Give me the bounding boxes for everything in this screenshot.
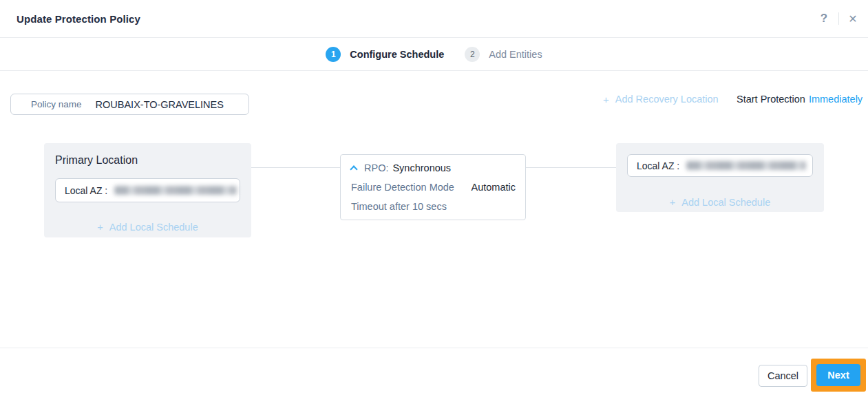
recovery-location-card: Local AZ : + Add Local Schedule bbox=[616, 143, 824, 212]
add-recovery-location-label: Add Recovery Location bbox=[615, 94, 719, 105]
timeout-text: Timeout after 10 secs bbox=[351, 201, 447, 212]
rpo-row: RPO: Synchronous bbox=[341, 159, 525, 177]
step-2-badge: 2 bbox=[465, 47, 480, 62]
start-protection-value-link[interactable]: Immediately bbox=[809, 94, 862, 105]
dialog-footer: Cancel Next bbox=[0, 348, 868, 393]
failure-detection-label: Failure Detection Mode bbox=[351, 182, 454, 193]
redacted-az-value bbox=[686, 161, 806, 170]
step-add-entities[interactable]: 2 Add Entities bbox=[465, 47, 542, 62]
step-1-label: Configure Schedule bbox=[350, 49, 444, 60]
wizard-stepper: 1 Configure Schedule 2 Add Entities bbox=[0, 38, 868, 71]
plus-icon: + bbox=[97, 222, 103, 233]
step-2-label: Add Entities bbox=[489, 49, 542, 60]
cancel-button[interactable]: Cancel bbox=[759, 365, 807, 387]
next-button[interactable]: Next bbox=[816, 364, 860, 386]
recovery-local-az-field[interactable]: Local AZ : bbox=[627, 154, 813, 177]
start-protection-setting: Start Protection Immediately bbox=[737, 92, 862, 106]
page-title: Update Protection Policy bbox=[17, 0, 140, 38]
connector-line-left bbox=[251, 167, 340, 168]
primary-location-title: Primary Location bbox=[55, 154, 138, 167]
redacted-az-value bbox=[114, 186, 237, 195]
add-local-schedule-label: Add Local Schedule bbox=[681, 197, 770, 208]
recovery-add-local-schedule-button[interactable]: + Add Local Schedule bbox=[616, 197, 824, 208]
policy-name-field[interactable]: Policy name ROUBAIX-TO-GRAVELINES bbox=[10, 94, 249, 115]
primary-local-az-label: Local AZ : bbox=[65, 185, 107, 196]
rpo-value: Synchronous bbox=[392, 162, 451, 173]
policy-name-label: Policy name bbox=[31, 99, 82, 109]
failure-detection-row: Failure Detection Mode Automatic bbox=[341, 178, 525, 196]
primary-location-card: Primary Location Local AZ : + Add Local … bbox=[44, 143, 251, 237]
chevron-up-icon[interactable] bbox=[350, 165, 357, 173]
close-icon[interactable]: ✕ bbox=[844, 10, 862, 28]
header-divider bbox=[838, 12, 839, 25]
policy-name-value: ROUBAIX-TO-GRAVELINES bbox=[96, 99, 224, 110]
add-recovery-location-button[interactable]: + Add Recovery Location bbox=[603, 92, 719, 106]
recovery-local-az-label: Local AZ : bbox=[637, 160, 679, 171]
add-local-schedule-label: Add Local Schedule bbox=[109, 222, 198, 233]
step-configure-schedule[interactable]: 1 Configure Schedule bbox=[326, 47, 444, 62]
rpo-label: RPO: bbox=[364, 162, 388, 173]
primary-add-local-schedule-button[interactable]: + Add Local Schedule bbox=[44, 222, 251, 233]
dialog-titlebar: Update Protection Policy ? ✕ bbox=[0, 0, 868, 38]
action-highlight-box: Next bbox=[811, 359, 866, 392]
failure-detection-value: Automatic bbox=[472, 182, 516, 193]
rpo-settings-panel: RPO: Synchronous Failure Detection Mode … bbox=[340, 154, 526, 220]
connector-line-right bbox=[526, 167, 627, 168]
timeout-row: Timeout after 10 secs bbox=[341, 198, 525, 215]
plus-icon: + bbox=[670, 197, 675, 208]
primary-local-az-field[interactable]: Local AZ : bbox=[55, 178, 240, 202]
step-1-badge: 1 bbox=[326, 47, 341, 62]
plus-icon: + bbox=[603, 94, 609, 105]
start-protection-label: Start Protection bbox=[737, 94, 805, 105]
help-icon[interactable]: ? bbox=[815, 10, 833, 28]
